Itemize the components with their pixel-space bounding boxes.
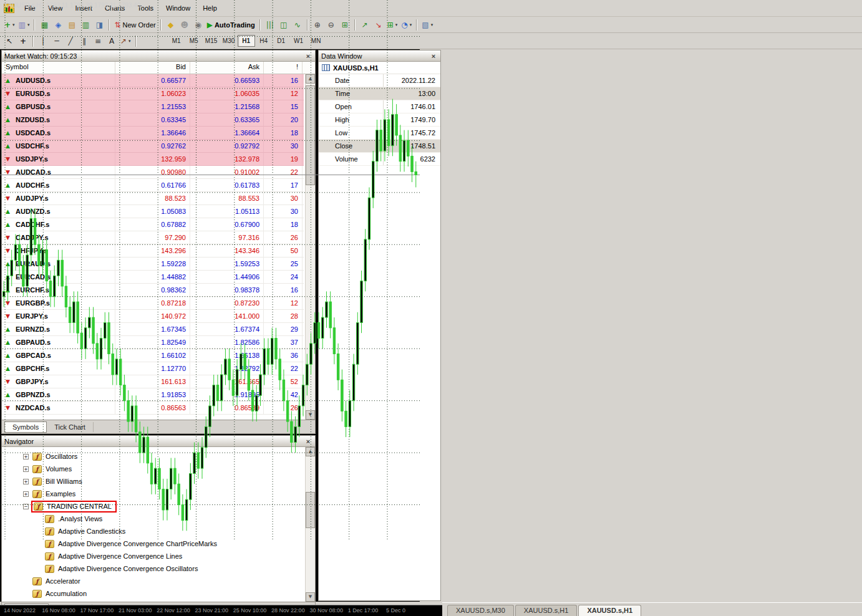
candle [143, 426, 145, 463]
navigator-item-label: Accelerator [46, 577, 80, 585]
candle [387, 109, 389, 156]
candle [283, 370, 284, 411]
time-axis-label: 22 Nov 12:00 [157, 607, 190, 614]
candle [271, 328, 273, 375]
candle [298, 395, 300, 437]
candle [89, 307, 90, 338]
candle [30, 208, 32, 266]
candle [216, 375, 218, 411]
candle [193, 442, 195, 484]
candle [73, 291, 75, 333]
candle [349, 390, 351, 437]
candle [131, 395, 133, 431]
chart-snapshot-button[interactable]: ▧▾ [420, 19, 435, 31]
candle [84, 317, 86, 359]
candle [11, 250, 12, 286]
candle [22, 255, 24, 297]
candle [166, 479, 168, 521]
candle [364, 229, 366, 291]
candle [357, 312, 359, 375]
candle [372, 151, 374, 208]
navigator-item-adaptive-divergence-convergence-oscillators[interactable]: ƒAdaptive Divergence Convergence Oscilla… [2, 562, 305, 575]
time-axis-label: 21 Nov 03:00 [119, 607, 152, 614]
navigator-item-label: Accumulation [46, 590, 87, 597]
candle [225, 349, 226, 385]
candle [411, 146, 413, 182]
candle [407, 130, 409, 166]
candle [345, 401, 347, 437]
candle [57, 250, 59, 286]
candle [49, 271, 51, 307]
candle [135, 395, 137, 442]
candle [341, 370, 343, 421]
candle [80, 322, 82, 359]
candle [361, 271, 362, 333]
candle [162, 479, 164, 521]
candle [104, 312, 106, 349]
candle [333, 317, 335, 364]
candle [263, 339, 265, 385]
time-axis-label: 30 Nov 08:00 [309, 607, 343, 614]
candle [248, 359, 249, 401]
candle [178, 474, 180, 516]
candle [3, 281, 5, 307]
candle [392, 99, 394, 156]
candle [368, 187, 370, 249]
candle [170, 458, 172, 499]
chart-window: XAUUSD.s,H1 1793.11 1794.39 1793.11 1793… [0, 49, 420, 602]
candle [182, 494, 183, 531]
candle [127, 390, 129, 432]
navigator-item-label: Adaptive Divergence Convergence Lines [58, 552, 182, 560]
indicator-icon: ƒ [45, 565, 54, 573]
candle [286, 390, 288, 432]
time-axis-label: 16 Nov 08:00 [42, 607, 75, 614]
candle [275, 328, 277, 370]
candle [150, 453, 152, 494]
scroll-down-icon[interactable]: ▼ [306, 592, 315, 602]
candle [14, 234, 16, 271]
candle [155, 458, 157, 494]
candle [69, 297, 70, 333]
candle [279, 349, 281, 390]
candle [415, 161, 417, 188]
candle [115, 349, 117, 385]
candle [403, 130, 405, 172]
candle [259, 364, 261, 406]
candle [314, 312, 316, 354]
candle [337, 344, 339, 390]
chart-tab-2[interactable]: XAUUSD.s,H1 [578, 605, 641, 616]
chart-ohlc-info: XAUUSD.s,H1 1793.11 1794.39 1793.11 1793… [4, 2, 140, 9]
close-icon[interactable]: × [429, 52, 438, 60]
candle [395, 104, 397, 146]
candle [236, 359, 238, 406]
navigator-item-accumulation[interactable]: ƒAccumulation [2, 587, 305, 600]
candle [197, 442, 199, 478]
candle [92, 307, 94, 354]
candle [205, 416, 207, 458]
candle [291, 411, 293, 453]
price-chart[interactable] [0, 0, 420, 541]
candle [38, 234, 40, 276]
candle [306, 354, 308, 396]
time-axis-label: 5 Dec 0 [386, 607, 405, 614]
navigator-item-adaptive-divergence-convergence-lines[interactable]: ƒAdaptive Divergence Convergence Lines [2, 550, 305, 562]
candle [77, 291, 79, 343]
candle [112, 344, 114, 385]
candle [174, 458, 176, 494]
candle [352, 354, 354, 411]
candle [61, 250, 63, 297]
candle [240, 344, 242, 380]
candle [108, 312, 110, 364]
candle [96, 333, 98, 369]
chart-tab-1[interactable]: XAUUSD.s,H1 [515, 605, 578, 616]
chart-snapshot-dropdown-arrow[interactable]: ▾ [431, 22, 433, 27]
navigator-item-accelerator[interactable]: ƒAccelerator [2, 575, 305, 587]
candle [119, 349, 121, 395]
candle [294, 416, 296, 453]
chart-tab-0[interactable]: XAUUSD.s,M30 [447, 605, 514, 616]
candle [147, 426, 148, 473]
candle [54, 266, 56, 307]
candle [18, 234, 20, 276]
candle [220, 364, 222, 411]
candle [158, 458, 160, 499]
